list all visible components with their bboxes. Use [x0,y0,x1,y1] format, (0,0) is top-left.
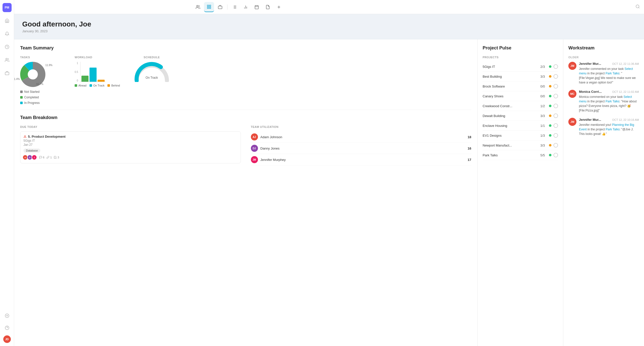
sidebar-icon-briefcase[interactable] [3,69,12,78]
project-name-3: Canary Shoes [483,94,535,98]
legend-dot-in-progress [20,102,23,104]
project-row-0[interactable]: 5Gigs IT 2/3 [483,62,558,72]
nav-portfolio[interactable] [215,2,225,12]
sidebar-icon-home[interactable] [3,16,12,25]
svg-rect-12 [207,7,209,8]
util-name-2: Jennifer Murphey [260,158,463,162]
ws-name-2: Jennifer Mur... [579,118,601,122]
project-name-4: Creekwood Constr... [483,104,535,108]
project-row-1[interactable]: Best Building 3/3 [483,72,558,81]
search-icon[interactable] [635,4,640,10]
project-name-9: Park Talks [483,153,535,157]
util-avatar-1: DJ [251,145,258,152]
ws-text-1: Monica commented on your task Select men… [579,95,639,113]
project-row-8[interactable]: Newport Manufact... 3/3 [483,140,558,150]
sidebar-icon-clock[interactable] [3,42,12,51]
util-row-2: JM Jennifer Murphey 17 [251,154,472,165]
ws-link-1-2[interactable]: Park Talks [605,100,619,103]
ws-text-0: Jennifer commented on your task Select m… [579,67,639,85]
nav-list[interactable] [229,2,240,12]
project-name-7: EV1 Designs [483,134,535,137]
due-card-project: 5Gigs IT [23,139,238,142]
svg-point-8 [197,5,198,7]
project-row-9[interactable]: Park Talks 5/5 [483,150,558,160]
ws-link-0-2[interactable]: Park Talks [605,72,619,75]
project-count-2: 0/0 [537,84,545,88]
app-logo: PM [3,3,12,12]
due-card-date: Jan 27 [23,143,238,147]
project-dot-2 [549,85,551,88]
legend-not-started: Not Started [20,90,40,94]
svg-line-30 [638,7,639,8]
project-dot-4 [549,105,551,107]
util-name-1: Danny Jones [260,147,463,150]
ws-item-0: JM Jennifer Mur... OCT 12, 22 11:36 AM J… [568,62,639,85]
ws-header-0: Jennifer Mur... OCT 12, 22 11:36 AM [579,62,639,66]
project-row-2[interactable]: Brock Software 0/0 [483,81,558,91]
bar-ahead [81,76,89,82]
projects-label: PROJECTS [483,56,558,59]
ws-content-2: Jennifer Mur... OCT 12, 22 10:16 AM Jenn… [579,118,639,136]
project-count-0: 2/3 [537,65,545,69]
ws-header-2: Jennifer Mur... OCT 12, 22 10:16 AM [579,118,639,122]
user-avatar[interactable]: JD [3,335,11,343]
svg-rect-11 [210,7,211,8]
project-circle-9 [553,153,558,157]
subtasks-stat: 3 [54,156,59,159]
util-count-0: 18 [465,135,471,139]
due-today-card[interactable]: ⚠ 5. Product Development 5Gigs IT Jan 27… [20,131,241,163]
project-row-6[interactable]: Enclave Housing 1/1 [483,121,558,131]
older-label: OLDER [568,56,639,59]
nav-document[interactable] [263,2,273,12]
project-row-5[interactable]: Dewalt Building 3/3 [483,111,558,121]
project-pulse-title: Project Pulse [483,45,558,51]
project-name-0: 5Gigs IT [483,65,535,69]
legend-behind: Behind [107,84,120,87]
due-card-tag: Database [23,149,40,153]
util-row-1: DJ Danny Jones 16 [251,143,472,154]
nav-chart[interactable] [241,2,251,12]
project-circle-0 [553,64,558,69]
top-bar [14,0,644,14]
project-row-4[interactable]: Creekwood Constr... 1/2 [483,101,558,111]
project-name-2: Brock Software [483,84,535,88]
legend-in-progress: In Progress [20,101,40,105]
team-summary-title: Team Summary [20,45,471,51]
ws-content-1: Monica Corri... OCT 12, 22 11:02 AM Moni… [579,90,639,113]
team-util-list: AJ Adam Johnson 18 DJ Danny Jones 16 JM [251,131,472,165]
ws-time-0: OCT 12, 22 11:36 AM [612,62,639,65]
workload-label: WORKLOAD [75,56,92,59]
project-circle-6 [553,123,558,128]
workstream-title: Workstream [568,45,639,51]
project-count-5: 3/3 [537,114,545,118]
project-name-5: Dewalt Building [483,114,535,118]
ws-name-1: Monica Corri... [579,90,602,94]
pct-in-progress: 66.7% [36,83,43,85]
project-row-3[interactable]: Canary Shoes 0/0 [483,91,558,101]
nav-dashboard[interactable] [204,2,214,12]
project-dot-7 [549,134,551,137]
util-avatar-2: JM [251,156,258,163]
comments-stat: 6 [39,156,44,159]
project-dot-3 [549,95,551,97]
pct-completed: 21.4% [14,78,20,80]
svg-point-29 [636,5,639,8]
util-row-0: AJ Adam Johnson 18 [251,131,472,143]
nav-team[interactable] [193,2,203,12]
ws-link-2-2[interactable]: Park Talks [606,128,620,131]
ws-item-1: MC Monica Corri... OCT 12, 22 11:02 AM M… [568,90,639,113]
legend-ahead: Ahead [75,84,86,87]
sidebar-icon-help[interactable] [3,323,12,332]
project-dot-0 [549,65,551,68]
projects-list: 5Gigs IT 2/3 Best Building 3/3 Brock Sof… [483,62,558,160]
sidebar-icon-add[interactable] [3,311,12,320]
sidebar-icon-people[interactable] [3,55,12,65]
avatar-3: J [32,155,37,160]
schedule-status: On Track [134,76,169,79]
nav-add[interactable] [274,2,284,12]
schedule-label: SCHEDULE [143,56,160,59]
sidebar-icon-alerts[interactable] [3,29,12,38]
nav-calendar[interactable] [252,2,262,12]
project-row-7[interactable]: EV1 Designs 1/3 [483,131,558,140]
project-count-4: 1/2 [537,104,545,108]
